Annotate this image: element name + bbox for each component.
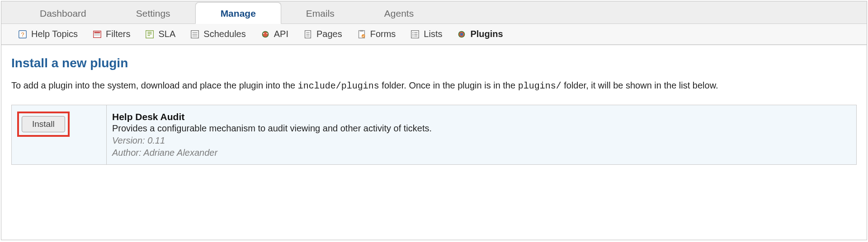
- svg-rect-20: [360, 30, 363, 31]
- svg-point-14: [266, 33, 267, 33]
- plugin-table: Install Help Desk Audit Provides a confi…: [11, 105, 857, 165]
- svg-rect-4: [94, 33, 100, 34]
- subnav-label: Filters: [106, 29, 130, 39]
- intro-suffix: folder, it will be shown in the list bel…: [561, 80, 718, 90]
- subnav-pages[interactable]: Pages: [303, 29, 342, 39]
- plugins-icon: [457, 29, 467, 39]
- version-value: 0.11: [147, 135, 165, 145]
- svg-text:?: ?: [21, 31, 24, 37]
- subnav-api[interactable]: API: [260, 29, 288, 39]
- install-cell: Install: [12, 105, 107, 165]
- svg-rect-6: [146, 30, 154, 38]
- author-value: Adriane Alexander: [143, 148, 217, 158]
- primary-tabs: Dashboard Settings Manage Emails Agents: [1, 1, 867, 24]
- subnav-label: Forms: [370, 29, 396, 39]
- filters-icon: [92, 29, 102, 39]
- intro-mid: folder. Once in the plugin is in the: [379, 80, 518, 90]
- schedules-icon: [190, 29, 200, 39]
- tab-agents[interactable]: Agents: [359, 3, 439, 23]
- plugin-description: Provides a configurable mechanism to aud…: [112, 123, 851, 134]
- intro-code-2: plugins/: [518, 81, 561, 91]
- subnav-label: Plugins: [470, 29, 503, 39]
- plugin-info-cell: Help Desk Audit Provides a configurable …: [107, 105, 857, 165]
- plugin-author: Author: Adriane Alexander: [112, 148, 851, 158]
- plugin-version: Version: 0.11: [112, 135, 851, 146]
- secondary-nav: ? Help Topics Filters SLA Sche: [1, 24, 867, 45]
- svg-rect-31: [461, 33, 463, 36]
- tab-manage[interactable]: Manage: [195, 2, 281, 24]
- svg-point-24: [413, 33, 414, 34]
- svg-point-25: [413, 35, 414, 36]
- subnav-sla[interactable]: SLA: [145, 29, 175, 39]
- tab-emails[interactable]: Emails: [281, 3, 359, 23]
- intro-prefix: To add a plugin into the system, downloa…: [11, 80, 298, 90]
- pages-icon: [303, 29, 313, 39]
- plugin-name: Help Desk Audit: [112, 112, 851, 122]
- subnav-label: SLA: [158, 29, 175, 39]
- subnav-label: API: [274, 29, 288, 39]
- subnav-lists[interactable]: Lists: [410, 29, 442, 39]
- tab-settings[interactable]: Settings: [111, 3, 195, 23]
- svg-rect-3: [94, 32, 100, 33]
- tab-dashboard[interactable]: Dashboard: [15, 3, 111, 23]
- lists-icon: [410, 29, 420, 39]
- subnav-plugins[interactable]: Plugins: [457, 29, 503, 39]
- author-label: Author:: [112, 148, 143, 158]
- intro-code-1: include/plugins: [298, 81, 379, 91]
- highlight-box: Install: [17, 112, 70, 137]
- sla-icon: [145, 29, 155, 39]
- subnav-label: Pages: [316, 29, 342, 39]
- page-title: Install a new plugin: [11, 56, 857, 70]
- subnav-label: Schedules: [203, 29, 245, 39]
- svg-point-23: [413, 32, 414, 33]
- version-label: Version:: [112, 135, 147, 145]
- subnav-schedules[interactable]: Schedules: [190, 29, 245, 39]
- svg-point-13: [263, 33, 264, 33]
- table-row: Install Help Desk Audit Provides a confi…: [12, 105, 857, 165]
- api-icon: [260, 29, 270, 39]
- subnav-forms[interactable]: Forms: [357, 29, 396, 39]
- subnav-help-topics[interactable]: ? Help Topics: [18, 29, 78, 39]
- intro-text: To add a plugin into the system, downloa…: [11, 79, 857, 93]
- svg-rect-5: [94, 34, 100, 35]
- subnav-filters[interactable]: Filters: [92, 29, 130, 39]
- help-topics-icon: ?: [18, 29, 28, 39]
- install-button[interactable]: Install: [22, 116, 65, 132]
- content-area: Install a new plugin To add a plugin int…: [1, 45, 867, 176]
- subnav-label: Lists: [424, 29, 442, 39]
- subnav-label: Help Topics: [31, 29, 78, 39]
- forms-icon: [357, 29, 367, 39]
